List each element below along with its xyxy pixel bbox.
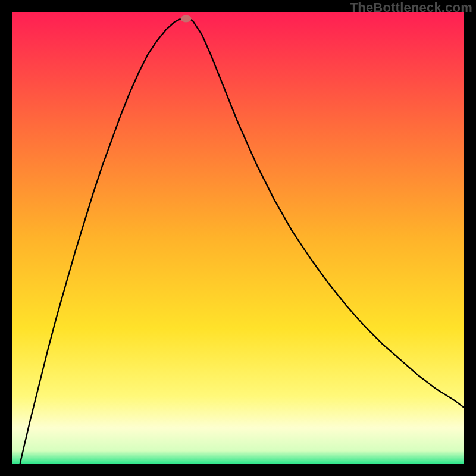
minimum-marker — [181, 15, 192, 22]
plot-area — [12, 12, 464, 464]
chart-svg — [12, 12, 464, 464]
chart-frame: TheBottleneck.com — [0, 0, 476, 476]
